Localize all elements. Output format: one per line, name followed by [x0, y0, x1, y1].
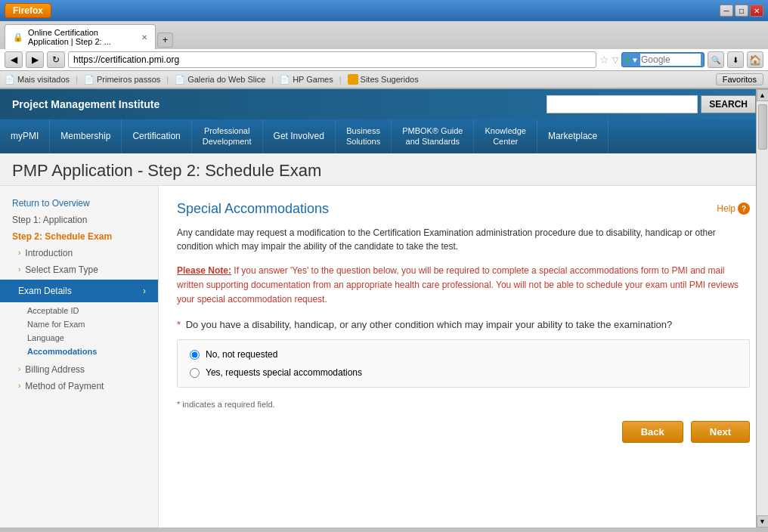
sidebar-exam-details[interactable]: Exam Details ›	[0, 280, 158, 302]
separator: |	[166, 75, 169, 84]
sidebar-payment-label: Method of Payment	[25, 381, 104, 391]
nav-certification[interactable]: Certification	[122, 119, 191, 153]
nav-knowledge-center[interactable]: KnowledgeCenter	[474, 119, 537, 153]
bookmark-star[interactable]: ☆	[599, 54, 609, 66]
nav-mypmi[interactable]: myPMI	[0, 119, 50, 153]
main-form-content: Special Accommodations Help ? Any candid…	[159, 186, 768, 527]
back-nav-button[interactable]: ◀	[5, 51, 23, 68]
bookmark-primeiros-passos[interactable]: 📄 Primeiros passos	[84, 75, 160, 85]
chevron-icon: ›	[18, 382, 20, 390]
scroll-up-button[interactable]: ▲	[757, 89, 769, 101]
close-button[interactable]: ✕	[750, 5, 763, 17]
separator: |	[339, 75, 342, 84]
section-title: Special Accommodations	[177, 201, 329, 217]
sidebar-acceptable-id[interactable]: Acceptable ID	[0, 304, 158, 317]
pmi-logo: Project Management Institute	[12, 98, 159, 110]
radio-group: No, not requested Yes, requests special …	[177, 339, 750, 388]
radio-no[interactable]: No, not requested	[190, 349, 737, 360]
sidebar-select-exam-type[interactable]: › Select Exam Type	[0, 261, 158, 278]
nav-marketplace[interactable]: Marketplace	[537, 119, 609, 153]
pmi-website: Project Management Institute SEARCH myPM…	[0, 89, 768, 527]
return-to-overview-link[interactable]: Return to Overview	[0, 195, 158, 212]
tab-icon: 🔒	[13, 32, 23, 42]
chevron-icon: ›	[18, 365, 20, 373]
page-title: PMP Application - Step 2: Schedule Exam	[12, 161, 756, 181]
pmi-search-input[interactable]	[547, 95, 698, 113]
bookmark-icon: 📄	[175, 75, 185, 85]
sidebar-exam-details-label: Exam Details	[18, 286, 72, 296]
download-button[interactable]: ⬇	[727, 51, 744, 68]
tab-close-button[interactable]: ✕	[141, 33, 147, 42]
sidebar-introduction[interactable]: › Introduction	[0, 245, 158, 261]
minimize-button[interactable]: ─	[720, 5, 733, 17]
sidebar: Return to Overview Step 1: Application S…	[0, 186, 159, 527]
rss-icon: ▽	[612, 55, 618, 65]
nav-business-solutions[interactable]: BusinessSolutions	[336, 119, 392, 153]
radio-no-input[interactable]	[190, 350, 200, 360]
chevron-right-icon: ›	[143, 286, 146, 296]
reload-button[interactable]: ↻	[47, 51, 65, 68]
main-content-area: Return to Overview Step 1: Application S…	[0, 186, 768, 527]
nav-membership[interactable]: Membership	[50, 119, 122, 153]
new-tab-button[interactable]: +	[157, 32, 173, 48]
tab-bar: 🔒 Online Certification Application | Ste…	[0, 21, 768, 49]
next-button[interactable]: Next	[691, 421, 750, 443]
separator: |	[76, 75, 78, 84]
sidebar-billing-address[interactable]: › Billing Address	[0, 361, 158, 378]
window-controls: ─ □ ✕	[720, 5, 763, 17]
browser-search-button[interactable]: 🔍	[708, 51, 724, 68]
bookmark-mais-visitados[interactable]: 📄 Mais visitados	[5, 75, 70, 85]
description-text: Any candidate may request a modification…	[177, 226, 750, 253]
radio-yes[interactable]: Yes, requests special accommodations	[190, 367, 737, 378]
favoritos-button[interactable]: Favoritos	[716, 73, 763, 85]
forward-nav-button[interactable]: ▶	[26, 51, 44, 68]
tab-title: Online Certification Application | Step …	[28, 28, 137, 46]
bookmark-label: Galeria do Web Slice	[187, 75, 265, 84]
step2-label: Step 2: Schedule Exam	[0, 228, 158, 245]
url-input[interactable]	[68, 51, 596, 68]
warning-body: If you answer 'Yes' to the question belo…	[177, 265, 739, 305]
bookmarks-bar: 📄 Mais visitados | 📄 Primeiros passos | …	[0, 71, 768, 88]
help-label: Help	[717, 203, 735, 214]
step1-label: Step 1: Application	[0, 212, 158, 228]
sidebar-introduction-label: Introduction	[25, 248, 73, 258]
home-button[interactable]: 🏠	[747, 51, 763, 68]
scroll-down-button[interactable]: ▼	[757, 515, 769, 527]
chevron-icon: ›	[18, 249, 20, 257]
bookmark-hp-games[interactable]: 📄 HP Games	[280, 75, 333, 85]
scroll-thumb[interactable]	[758, 104, 767, 150]
bookmark-galeria[interactable]: 📄 Galeria do Web Slice	[175, 75, 265, 85]
sidebar-accommodations[interactable]: Accommodations	[0, 345, 158, 358]
help-link[interactable]: Help ?	[717, 203, 750, 215]
please-note-label: Please Note:	[177, 265, 231, 276]
google-search-box[interactable]: 8 ▼	[621, 52, 705, 67]
pmi-search-button[interactable]: SEARCH	[701, 95, 756, 113]
nav-professional-development[interactable]: ProfessionalDevelopment	[192, 119, 263, 153]
address-bar: ◀ ▶ ↻ ☆ ▽ 8 ▼ 🔍 ⬇ 🏠	[0, 49, 768, 71]
scroll-track[interactable]	[757, 101, 768, 515]
sidebar-select-exam-label: Select Exam Type	[25, 264, 98, 275]
sidebar-language[interactable]: Language	[0, 331, 158, 345]
sites-sugeridos-icon	[348, 74, 358, 85]
scrollbar: ▲ ▼	[756, 89, 768, 527]
bookmark-icon: 📄	[84, 75, 94, 85]
nav-pmbok[interactable]: PMBOK® Guideand Standards	[392, 119, 474, 153]
maximize-button[interactable]: □	[735, 5, 748, 17]
sidebar-method-of-payment[interactable]: › Method of Payment	[0, 378, 158, 394]
button-area: Back Next	[177, 421, 750, 443]
title-bar: Firefox ─ □ ✕	[0, 0, 768, 21]
nav-get-involved[interactable]: Get Involved	[263, 119, 336, 153]
radio-yes-input[interactable]	[190, 368, 200, 378]
bookmark-label: Primeiros passos	[97, 75, 160, 84]
bookmark-label: Mais visitados	[17, 75, 70, 84]
browser-chrome: Firefox ─ □ ✕ 🔒 Online Certification App…	[0, 0, 768, 89]
section-header: Special Accommodations Help ?	[177, 201, 750, 217]
browser-search-input[interactable]	[640, 54, 701, 66]
back-button[interactable]: Back	[622, 421, 683, 443]
warning-text-area: Please Note: If you answer 'Yes' to the …	[177, 264, 750, 308]
bookmark-icon: 📄	[280, 75, 290, 85]
firefox-button[interactable]: Firefox	[5, 3, 51, 18]
active-tab[interactable]: 🔒 Online Certification Application | Ste…	[5, 24, 156, 49]
sidebar-name-for-exam[interactable]: Name for Exam	[0, 317, 158, 331]
bookmark-sites-sugeridos[interactable]: Sites Sugeridos	[348, 74, 419, 85]
